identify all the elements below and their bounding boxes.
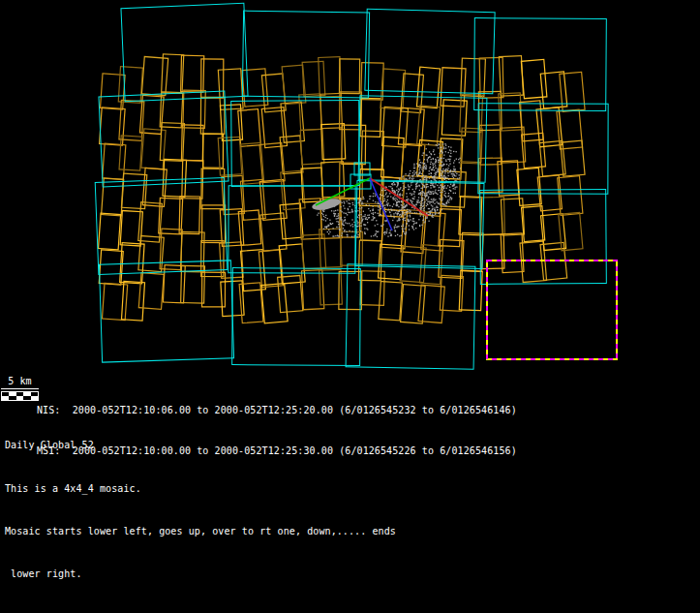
scale-bar-cell [2, 396, 9, 400]
mosaic-caption: Daily Global 52 This is a 4x4_4 mosaic. … [5, 411, 396, 596]
scale-bar-checker [1, 391, 39, 401]
msi-footprints-layer [99, 54, 586, 323]
mosaic-plan-screen: { "scale_bar": { "label": "5 km", "patte… [0, 0, 700, 613]
nis-footprints-layer [95, 3, 608, 369]
caption-description-2: lower right. [5, 567, 396, 582]
dashed-highlight-rect [487, 261, 617, 359]
caption-title: Daily Global 52 [5, 439, 396, 453]
caption-mosaic-type: This is a 4x4_4 mosaic. [5, 482, 396, 497]
scale-bar-cell [23, 396, 30, 400]
asteroid-model [311, 143, 461, 237]
scale-bar: 5 km [1, 376, 39, 401]
mosaic-canvas [0, 0, 700, 373]
origin-markers [350, 163, 371, 189]
scale-bar-label: 5 km [1, 376, 39, 387]
scale-bar-cell [16, 396, 23, 400]
caption-description-1: Mosaic starts lower left, goes up, over … [5, 525, 396, 539]
scale-bar-cell [9, 396, 15, 400]
scale-bar-line [1, 388, 39, 389]
